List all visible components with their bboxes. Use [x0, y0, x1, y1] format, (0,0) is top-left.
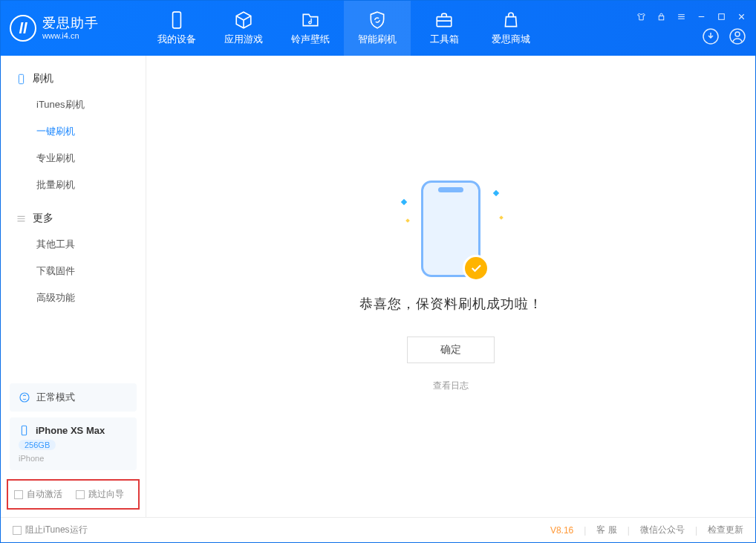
- svg-rect-2: [659, 16, 664, 19]
- device-icon: [16, 74, 27, 85]
- checkbox-icon: [13, 526, 22, 535]
- maximize-icon[interactable]: [717, 12, 726, 22]
- tab-toolbox[interactable]: 工具箱: [411, 1, 478, 56]
- nav-tabs: 我的设备 应用游戏 铃声壁纸 智能刷机 工具箱 爱思商城: [143, 1, 544, 56]
- minimize-icon[interactable]: [697, 12, 706, 22]
- titlebar-controls: [636, 1, 746, 56]
- main-content: 恭喜您，保资料刷机成功啦！ 确定 查看日志: [146, 56, 755, 517]
- phone-small-icon: [19, 425, 30, 436]
- ok-button[interactable]: 确定: [407, 336, 495, 363]
- view-log-link[interactable]: 查看日志: [433, 380, 469, 392]
- cube-icon: [234, 10, 253, 30]
- highlighted-options: 自动激活 跳过向导: [7, 479, 140, 510]
- svg-point-8: [20, 393, 29, 402]
- sidebar-item-firmware[interactable]: 下载固件: [1, 258, 146, 284]
- sidebar-item-batch[interactable]: 批量刷机: [1, 172, 146, 198]
- checkbox-block-itunes[interactable]: 阻止iTunes运行: [13, 524, 88, 536]
- tab-store[interactable]: 爱思商城: [478, 1, 544, 56]
- support-link[interactable]: 客 服: [596, 524, 616, 536]
- checkbox-icon: [76, 490, 85, 499]
- list-icon: [16, 213, 27, 224]
- success-illustration: [421, 181, 480, 277]
- refresh-icon: [19, 391, 30, 403]
- check-badge-icon: [463, 255, 489, 282]
- sidebar-item-itunes[interactable]: iTunes刷机: [1, 91, 146, 118]
- tshirt-icon[interactable]: [636, 12, 646, 22]
- tab-device[interactable]: 我的设备: [143, 1, 210, 56]
- svg-rect-0: [173, 12, 181, 28]
- version-label: V8.16: [550, 525, 573, 536]
- checkbox-icon: [14, 490, 23, 499]
- user-icon[interactable]: [729, 27, 746, 45]
- sidebar: 刷机 iTunes刷机 一键刷机 专业刷机 批量刷机 更多 其他工具 下载固件 …: [1, 56, 146, 517]
- checkbox-auto-activate[interactable]: 自动激活: [14, 488, 62, 501]
- wechat-link[interactable]: 微信公众号: [640, 524, 685, 536]
- titlebar: ll 爱思助手 www.i4.cn 我的设备 应用游戏 铃声壁纸 智能刷机: [1, 1, 755, 56]
- menu-icon[interactable]: [677, 12, 686, 22]
- tab-flash[interactable]: 智能刷机: [344, 1, 411, 56]
- body: 刷机 iTunes刷机 一键刷机 专业刷机 批量刷机 更多 其他工具 下载固件 …: [1, 56, 755, 517]
- svg-rect-7: [19, 74, 23, 84]
- shield-refresh-icon: [368, 10, 387, 30]
- svg-rect-9: [22, 426, 26, 435]
- brand-url: www.i4.cn: [42, 31, 99, 40]
- phone-icon: [167, 10, 186, 30]
- update-link[interactable]: 检查更新: [708, 524, 743, 536]
- storage-badge: 256GB: [19, 440, 56, 450]
- music-folder-icon: [301, 10, 320, 30]
- close-icon[interactable]: [737, 12, 746, 22]
- sidebar-section-flash: 刷机: [1, 66, 146, 91]
- sidebar-item-advanced[interactable]: 高级功能: [1, 284, 146, 311]
- success-message: 恭喜您，保资料刷机成功啦！: [359, 295, 543, 313]
- statusbar: 阻止iTunes运行 V8.16 | 客 服 | 微信公众号 | 检查更新: [1, 517, 755, 542]
- device-info[interactable]: iPhone XS Max 256GB iPhone: [10, 417, 137, 470]
- svg-rect-1: [437, 17, 452, 27]
- bag-icon: [501, 10, 521, 30]
- sidebar-item-oneclick[interactable]: 一键刷机: [1, 118, 146, 145]
- tab-ringtone[interactable]: 铃声壁纸: [277, 1, 344, 56]
- briefcase-icon: [434, 10, 454, 30]
- svg-point-6: [735, 32, 740, 36]
- logo[interactable]: ll 爱思助手 www.i4.cn: [10, 15, 143, 42]
- svg-rect-3: [719, 13, 725, 19]
- lock-icon[interactable]: [656, 12, 666, 22]
- brand-name: 爱思助手: [42, 16, 99, 31]
- device-mode[interactable]: 正常模式: [10, 383, 137, 412]
- logo-icon: ll: [10, 15, 36, 42]
- sidebar-section-more: 更多: [1, 206, 146, 231]
- sidebar-item-pro[interactable]: 专业刷机: [1, 145, 146, 172]
- app-window: ll 爱思助手 www.i4.cn 我的设备 应用游戏 铃声壁纸 智能刷机: [0, 0, 756, 543]
- checkbox-skip-guide[interactable]: 跳过向导: [76, 488, 124, 501]
- tab-apps[interactable]: 应用游戏: [210, 1, 277, 56]
- sidebar-item-other[interactable]: 其他工具: [1, 231, 146, 258]
- download-icon[interactable]: [702, 27, 720, 45]
